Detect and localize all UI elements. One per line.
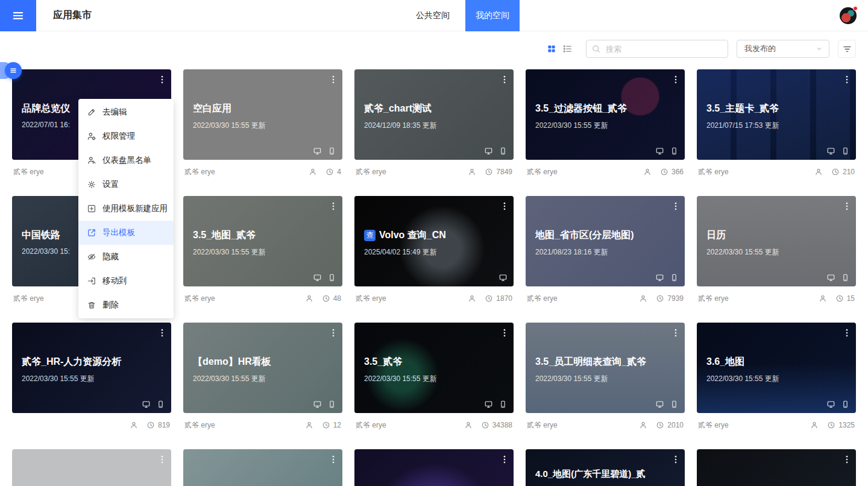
mobile-preview-icon[interactable]	[841, 147, 850, 156]
app-thumbnail[interactable]	[354, 449, 514, 486]
mobile-preview-icon[interactable]	[670, 147, 679, 156]
grid-view-button[interactable]	[546, 43, 557, 54]
mobile-preview-icon[interactable]	[670, 273, 679, 282]
list-view-button[interactable]	[562, 43, 573, 54]
desktop-preview-icon[interactable]	[826, 400, 835, 409]
more-options-icon[interactable]	[498, 326, 511, 339]
published-filter-select[interactable]: 我发布的	[737, 40, 829, 58]
more-options-icon[interactable]	[498, 73, 511, 86]
desktop-preview-icon[interactable]	[655, 273, 664, 282]
menu-item-blacklist[interactable]: 仪表盘黑名单	[78, 148, 174, 172]
app-card[interactable]: 查 Volvo 查询_CN 2025/04/02 15:49 更新 贰爷 ery…	[354, 196, 514, 311]
desktop-preview-icon[interactable]	[826, 147, 835, 156]
app-thumbnail[interactable]: 地图_省市区(分层地图) 2021/08/23 18:16 更新	[526, 196, 685, 286]
more-options-icon[interactable]	[498, 200, 511, 213]
app-thumbnail[interactable]	[697, 449, 856, 486]
more-options-icon[interactable]	[156, 326, 169, 339]
app-thumbnail[interactable]: 3.5_员工明细表查询_贰爷 2022/03/30 15:55 更新	[526, 323, 685, 413]
mobile-preview-icon[interactable]	[498, 400, 508, 409]
desktop-preview-icon[interactable]	[826, 273, 835, 282]
app-card[interactable]: 3.5_过滤器按钮_贰爷 2022/03/30 15:55 更新 贰爷 erye…	[526, 69, 685, 184]
app-card[interactable]: 【demo】HR看板 2022/03/30 15:55 更新 贰爷 erye 1…	[183, 323, 342, 437]
mobile-preview-icon[interactable]	[327, 147, 336, 156]
mobile-preview-icon[interactable]	[156, 400, 165, 409]
app-card[interactable]: 3.5_地图_贰爷 2022/03/30 15:55 更新 贰爷 erye 48	[183, 196, 342, 311]
more-options-icon[interactable]	[327, 73, 340, 86]
app-thumbnail[interactable]: 3.5_过滤器按钮_贰爷 2022/03/30 15:55 更新	[526, 69, 685, 160]
app-thumbnail[interactable]: 3.5_地图_贰爷 2022/03/30 15:55 更新	[183, 196, 342, 286]
menu-item-export[interactable]: 导出模板	[78, 221, 174, 245]
more-options-icon[interactable]	[327, 453, 340, 466]
app-card[interactable]	[697, 449, 856, 486]
more-options-icon[interactable]	[669, 73, 682, 86]
more-options-icon[interactable]	[840, 73, 854, 86]
more-options-icon[interactable]	[669, 326, 682, 339]
menu-item-hide[interactable]: 隐藏	[78, 245, 174, 269]
app-thumbnail[interactable]: 空白应用 2022/03/30 15:55 更新	[183, 69, 342, 160]
menu-item-move[interactable]: 移动到	[78, 269, 174, 293]
desktop-preview-icon[interactable]	[142, 400, 151, 409]
app-card[interactable]: 空白应用 2022/03/30 15:55 更新 贰爷 erye 4	[183, 69, 342, 184]
more-options-icon[interactable]	[669, 453, 682, 466]
app-card[interactable]: 贰爷_HR-人力资源分析 2022/03/30 15:55 更新 819	[12, 323, 171, 437]
app-card[interactable]	[12, 449, 171, 486]
mobile-preview-icon[interactable]	[498, 147, 508, 156]
app-thumbnail[interactable]: 日历 2022/03/30 15:55 更新	[697, 196, 856, 286]
app-card[interactable]: 3.5_主题卡_贰爷 2021/07/15 17:53 更新 贰爷 erye 2…	[697, 69, 856, 184]
app-thumbnail[interactable]: 贰爷_HR-人力资源分析 2022/03/30 15:55 更新	[12, 323, 171, 413]
app-card[interactable]: 地图_省市区(分层地图) 2021/08/23 18:16 更新 贰爷 erye…	[526, 196, 685, 311]
app-thumbnail[interactable]: 贰爷_chart测试 2024/12/09 18:35 更新	[354, 69, 514, 160]
app-thumbnail[interactable]	[183, 449, 342, 486]
tab-public-space[interactable]: 公共空间	[407, 0, 458, 31]
more-options-icon[interactable]	[498, 453, 511, 466]
mobile-preview-icon[interactable]	[327, 400, 336, 409]
app-card[interactable]: 3.5_员工明细表查询_贰爷 2022/03/30 15:55 更新 贰爷 er…	[526, 323, 685, 437]
desktop-preview-icon[interactable]	[484, 147, 493, 156]
app-thumbnail[interactable]: 3.6_地图 2022/03/30 15:55 更新	[697, 323, 856, 413]
more-options-icon[interactable]	[156, 453, 169, 466]
app-thumbnail[interactable]: 【demo】HR看板 2022/03/30 15:55 更新	[183, 323, 342, 413]
app-card[interactable]: 3.6_地图 2022/03/30 15:55 更新 贰爷 erye 1325	[697, 323, 856, 437]
app-card[interactable]: 4.0_地图(广东千里碧道)_贰	[526, 449, 685, 486]
mobile-preview-icon[interactable]	[670, 400, 679, 409]
app-thumbnail[interactable]: 3.5_主题卡_贰爷 2021/07/15 17:53 更新	[697, 69, 856, 160]
mobile-preview-icon[interactable]	[327, 273, 336, 282]
menu-item-permission[interactable]: 权限管理	[78, 124, 174, 148]
app-card[interactable]	[354, 449, 514, 486]
more-options-icon[interactable]	[669, 200, 682, 213]
more-options-icon[interactable]	[840, 326, 854, 339]
menu-item-new-from-template[interactable]: 使用模板新建应用	[78, 197, 174, 221]
floating-panel-toggle[interactable]	[0, 60, 27, 81]
more-options-icon[interactable]	[327, 326, 340, 339]
desktop-preview-icon[interactable]	[313, 400, 322, 409]
app-thumbnail[interactable]	[12, 449, 171, 486]
menu-item-delete[interactable]: 删除	[78, 293, 174, 317]
desktop-preview-icon[interactable]	[313, 147, 322, 156]
search-input[interactable]	[586, 40, 728, 58]
desktop-preview-icon[interactable]	[484, 400, 493, 409]
more-options-icon[interactable]	[327, 200, 340, 213]
app-card[interactable]: 日历 2022/03/30 15:55 更新 贰爷 erye 15	[697, 196, 856, 311]
more-options-icon[interactable]	[156, 73, 169, 86]
mobile-preview-icon[interactable]	[841, 273, 850, 282]
desktop-preview-icon[interactable]	[498, 273, 508, 282]
app-thumbnail[interactable]: 3.5_贰爷 2022/03/30 15:55 更新	[354, 323, 514, 413]
sort-filter-button[interactable]	[838, 40, 856, 58]
members-icon	[464, 421, 473, 429]
app-thumbnail[interactable]: 查 Volvo 查询_CN 2025/04/02 15:49 更新	[354, 196, 514, 286]
app-card[interactable]: 贰爷_chart测试 2024/12/09 18:35 更新 贰爷 erye 7…	[354, 69, 514, 184]
more-options-icon[interactable]	[840, 200, 854, 213]
mobile-preview-icon[interactable]	[841, 400, 850, 409]
tab-my-space[interactable]: 我的空间	[465, 0, 520, 31]
more-options-icon[interactable]	[840, 453, 854, 466]
app-card[interactable]: 3.5_贰爷 2022/03/30 15:55 更新 贰爷 erye 34388	[354, 323, 514, 437]
app-card[interactable]	[183, 449, 342, 486]
desktop-preview-icon[interactable]	[655, 400, 664, 409]
menu-item-settings[interactable]: 设置	[78, 172, 174, 197]
desktop-preview-icon[interactable]	[655, 147, 664, 156]
user-avatar[interactable]	[840, 7, 857, 24]
app-thumbnail[interactable]: 4.0_地图(广东千里碧道)_贰	[526, 449, 685, 486]
main-menu-button[interactable]	[0, 0, 36, 31]
menu-item-edit[interactable]: 去编辑	[78, 100, 174, 124]
desktop-preview-icon[interactable]	[313, 273, 322, 282]
